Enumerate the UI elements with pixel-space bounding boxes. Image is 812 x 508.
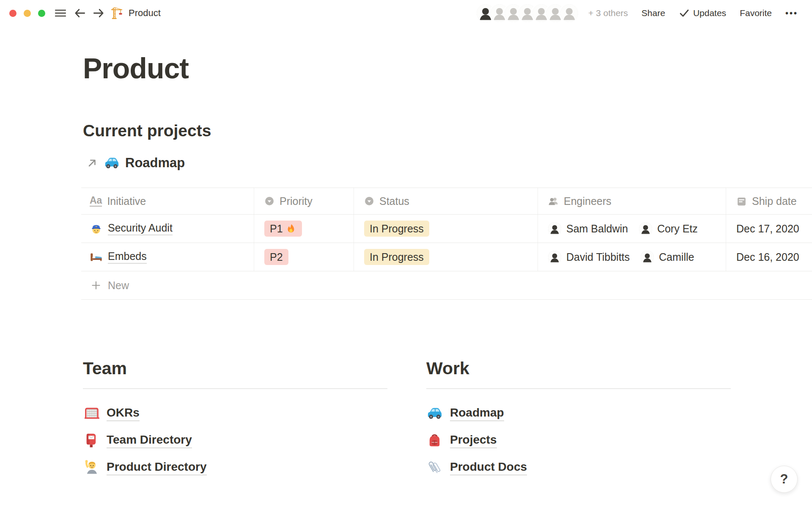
postbox-emoji — [83, 432, 99, 449]
new-row-button[interactable]: New — [81, 271, 812, 300]
initiative-link[interactable]: Embeds — [108, 250, 147, 264]
forward-button[interactable] — [92, 6, 105, 20]
backpack-emoji — [426, 432, 443, 449]
top-bar-actions: + 3 others Share Updates Favorite ••• — [477, 0, 798, 26]
priority-cell[interactable]: P2 — [254, 243, 354, 271]
team-section: Team OKRs Team Directory Product Directo… — [83, 358, 387, 481]
collaborator-avatars[interactable] — [477, 4, 578, 22]
paperclips-emoji — [426, 459, 443, 476]
work-section: Work Roadmap Projects Product Docs — [426, 358, 731, 481]
favorite-button[interactable]: Favorite — [740, 8, 772, 18]
zoom-window-button[interactable] — [38, 10, 45, 17]
app-window: Product + 3 others Share Updates Favorit… — [0, 0, 812, 508]
avatar — [548, 251, 561, 264]
priority-cell[interactable]: P1 — [254, 215, 354, 243]
ship-date-cell[interactable]: Dec 16, 2020 — [726, 243, 812, 271]
ship-date-cell[interactable]: Dec 17, 2020 — [726, 215, 812, 243]
raising-hand-emoji — [83, 459, 99, 476]
top-bar: Product + 3 others Share Updates Favorit… — [0, 0, 812, 26]
work-heading: Work — [426, 358, 731, 379]
table-row: Security Audit P1 In Progress Sam Baldwi… — [81, 215, 812, 243]
team-link-product-directory[interactable]: Product Directory — [83, 454, 387, 481]
avatar — [641, 251, 654, 264]
current-projects-heading: Current projects — [83, 121, 211, 140]
window-controls — [9, 10, 45, 17]
column-header-engineers[interactable]: Engineers — [538, 188, 726, 214]
share-button[interactable]: Share — [642, 8, 665, 18]
minimize-window-button[interactable] — [24, 10, 31, 17]
team-link-team-directory[interactable]: Team Directory — [83, 427, 387, 454]
sidebar-toggle-icon[interactable] — [54, 6, 67, 20]
updates-button[interactable]: Updates — [679, 8, 726, 19]
north-east-arrow-icon — [86, 157, 98, 169]
car-emoji — [104, 155, 120, 171]
column-header-initiative[interactable]: Aa Initiative — [81, 188, 254, 214]
divider — [426, 388, 731, 389]
status-badge: In Progress — [364, 221, 429, 237]
text-property-icon: Aa — [90, 196, 102, 207]
breadcrumb[interactable]: Product — [110, 7, 161, 20]
roadmap-link-title: Roadmap — [125, 155, 185, 171]
help-label: ? — [780, 472, 788, 487]
engineers-cell[interactable]: Sam Baldwin Cory Etz — [538, 215, 726, 243]
column-header-priority[interactable]: Priority — [254, 188, 354, 214]
back-button[interactable] — [73, 6, 87, 20]
fire-emoji — [286, 224, 296, 234]
more-menu-button[interactable]: ••• — [785, 8, 798, 18]
avatar — [548, 222, 561, 235]
work-link-projects[interactable]: Projects — [426, 427, 731, 454]
work-link-product-docs[interactable]: Product Docs — [426, 454, 731, 481]
engineer-entry: Cory Etz — [639, 222, 698, 235]
breadcrumb-title: Product — [129, 8, 161, 19]
table-row: Embeds P2 In Progress David Tibbitts — [81, 243, 812, 271]
more-collaborators-label[interactable]: + 3 others — [588, 8, 628, 18]
car-emoji — [426, 405, 443, 422]
plus-icon — [91, 280, 102, 291]
new-row-label: New — [108, 279, 129, 292]
select-property-icon — [364, 196, 374, 206]
bed-emoji — [90, 251, 103, 264]
team-heading: Team — [83, 358, 387, 379]
engineer-entry: Sam Baldwin — [548, 222, 628, 235]
updates-label: Updates — [693, 8, 726, 18]
help-button[interactable]: ? — [771, 466, 798, 493]
column-header-ship-date[interactable]: Ship date — [726, 188, 812, 214]
page-title[interactable]: Product — [83, 52, 189, 85]
initiative-cell[interactable]: Security Audit — [81, 215, 254, 243]
check-icon — [679, 8, 690, 19]
goal-net-emoji — [83, 405, 99, 422]
roadmap-page-link[interactable]: Roadmap — [86, 155, 185, 171]
column-header-status[interactable]: Status — [354, 188, 538, 214]
select-property-icon — [264, 196, 274, 206]
close-window-button[interactable] — [9, 10, 16, 17]
person-property-icon — [548, 196, 559, 207]
police-officer-emoji — [90, 222, 103, 235]
status-cell[interactable]: In Progress — [354, 215, 538, 243]
crane-emoji — [110, 7, 123, 20]
priority-badge: P2 — [264, 249, 288, 265]
priority-badge: P1 — [264, 221, 302, 237]
engineer-entry: Camille — [641, 251, 694, 264]
engineer-entry: David Tibbitts — [548, 251, 630, 264]
date-property-icon — [736, 196, 747, 207]
status-cell[interactable]: In Progress — [354, 243, 538, 271]
work-link-roadmap[interactable]: Roadmap — [426, 400, 731, 427]
avatar — [639, 222, 652, 235]
table-header-row: Aa Initiative Priority Status Engineers — [81, 188, 812, 215]
avatar — [560, 4, 578, 22]
projects-table: Aa Initiative Priority Status Engineers — [81, 188, 812, 300]
engineers-cell[interactable]: David Tibbitts Camille — [538, 243, 726, 271]
initiative-link[interactable]: Security Audit — [108, 222, 173, 235]
team-link-okrs[interactable]: OKRs — [83, 400, 387, 427]
divider — [83, 388, 387, 389]
initiative-cell[interactable]: Embeds — [81, 243, 254, 271]
status-badge: In Progress — [364, 249, 429, 265]
